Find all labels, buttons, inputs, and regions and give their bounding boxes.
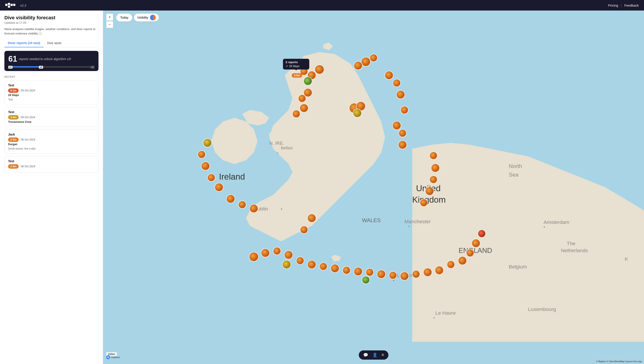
- svg-rect-1: [8, 3, 10, 5]
- svg-point-84: [431, 164, 440, 172]
- svg-point-52: [208, 174, 215, 181]
- svg-point-49: [203, 138, 212, 147]
- svg-point-46: [392, 121, 401, 130]
- svg-text:Luxembourg: Luxembourg: [528, 306, 556, 312]
- map-visibility-chip: 3-5m: [292, 73, 302, 78]
- svg-text:Le Havre: Le Havre: [436, 310, 456, 316]
- svg-rect-4: [13, 4, 15, 6]
- svg-point-57: [249, 252, 258, 262]
- svg-point-75: [435, 266, 444, 274]
- updated-time: Updated at 17:05: [4, 21, 98, 24]
- svg-point-88: [353, 109, 362, 117]
- svg-point-69: [377, 270, 386, 278]
- svg-point-70: [389, 272, 396, 279]
- report-location-0: 29 Steps: [8, 94, 95, 97]
- svg-point-58: [261, 249, 270, 257]
- svg-point-51: [201, 162, 210, 170]
- report-date-0: 09 Oct 2024: [21, 89, 35, 92]
- svg-point-74: [362, 276, 370, 284]
- visibility-badge-2: 2-3m: [8, 138, 19, 142]
- svg-point-80: [478, 230, 486, 238]
- svg-point-32: [354, 62, 362, 70]
- counter-text: reports needed to unlock algorithm v3!: [19, 57, 71, 61]
- svg-text:Amsterdam: Amsterdam: [544, 219, 569, 225]
- svg-point-50: [198, 151, 206, 158]
- progress-v3-label: v3: [90, 66, 94, 69]
- report-card-3[interactable]: Test 2-3m 08 Oct 2024: [4, 156, 98, 173]
- svg-text:The: The: [567, 240, 575, 246]
- counter-number: 61: [8, 54, 17, 64]
- svg-point-67: [354, 267, 362, 276]
- map-area[interactable]: United Kingdom Ireland ENGLAND WALES Nor…: [103, 10, 644, 364]
- today-button[interactable]: Today: [116, 14, 132, 22]
- top-navigation: v2.2 Pricing | Feedback: [0, 0, 644, 10]
- nav-right: Pricing | Feedback: [608, 4, 639, 7]
- report-user-1: Test: [8, 110, 95, 114]
- people-icon[interactable]: 👤: [372, 352, 377, 358]
- feedback-link[interactable]: Feedback: [624, 4, 639, 7]
- report-meta-row-0: 0-1m 09 Oct 2024: [8, 88, 95, 93]
- svg-point-78: [466, 249, 474, 257]
- pricing-link[interactable]: Pricing: [608, 4, 618, 7]
- progress-fill: [8, 66, 43, 68]
- svg-point-63: [308, 260, 316, 269]
- svg-text:Belfast: Belfast: [281, 146, 292, 150]
- report-date-3: 08 Oct 2024: [21, 165, 35, 168]
- svg-point-79: [472, 239, 480, 248]
- svg-text:•: •: [408, 224, 410, 229]
- counter-row: 61 reports needed to unlock algorithm v3…: [8, 54, 94, 64]
- svg-text:North: North: [509, 163, 522, 169]
- tab-dive-spots[interactable]: Dive spots: [44, 39, 65, 47]
- report-card-1[interactable]: Test 3-4m 09 Oct 2024 Trevaunance Cove: [4, 107, 98, 127]
- svg-text:Kingdom: Kingdom: [412, 195, 446, 204]
- info-icon[interactable]: i: [38, 32, 42, 35]
- svg-point-71: [400, 272, 409, 280]
- progress-v2-label: v2: [39, 66, 43, 69]
- chat-icon[interactable]: 💬: [363, 352, 368, 358]
- svg-point-55: [238, 201, 246, 208]
- svg-rect-3: [10, 4, 13, 6]
- map-background: United Kingdom Ireland ENGLAND WALES Nor…: [103, 10, 644, 364]
- svg-text:K: K: [625, 256, 628, 262]
- menu-icon[interactable]: ≡: [382, 352, 384, 358]
- svg-point-72: [412, 270, 420, 278]
- visibility-label: Visibility: [137, 16, 148, 19]
- svg-text:•: •: [277, 151, 278, 155]
- svg-point-62: [282, 260, 291, 269]
- visibility-toggle[interactable]: Visibility: [134, 14, 158, 22]
- report-note-0: Test: [8, 98, 95, 101]
- zoom-out-button[interactable]: −: [106, 21, 113, 28]
- logo-icon: [5, 3, 17, 8]
- report-date-1: 09 Oct 2024: [21, 116, 35, 119]
- app-version: v2.2: [20, 4, 26, 7]
- map-attribution: © Mapbox © OpenStreetMap Improve this ma…: [596, 360, 642, 363]
- svg-text:•: •: [434, 316, 435, 320]
- report-meta-row-2: 2-3m 08 Oct 2024: [8, 138, 95, 142]
- report-meta-row-1: 3-4m 09 Oct 2024: [8, 115, 95, 120]
- map-top-controls: Today Visibility: [116, 14, 159, 22]
- report-card-2[interactable]: Jack 2-3m 08 Oct 2024 Durgan Small waves…: [4, 129, 98, 154]
- tab-bar: Diver reports (10 new) Dive spots: [4, 39, 98, 47]
- report-location-2: Durgan: [8, 143, 95, 146]
- report-date-2: 08 Oct 2024: [21, 138, 35, 141]
- report-card[interactable]: Test 0-1m 09 Oct 2024 29 Steps Test: [4, 80, 98, 104]
- svg-point-81: [420, 199, 428, 206]
- progress-v1-label: v1: [8, 66, 12, 69]
- report-user-2: Jack: [8, 133, 95, 136]
- svg-point-37: [304, 77, 312, 85]
- tab-diver-reports[interactable]: Diver reports (10 new): [4, 39, 44, 47]
- svg-text:N. IRE.: N. IRE.: [269, 140, 284, 146]
- map-tooltip: 2 reports ↗ 29 Steps: [283, 59, 309, 70]
- svg-point-68: [366, 268, 374, 276]
- svg-text:Manchester: Manchester: [404, 218, 431, 224]
- svg-point-59: [273, 247, 281, 255]
- svg-point-34: [315, 65, 324, 74]
- svg-point-53: [215, 183, 223, 192]
- report-note-2: Small waves, few crabs: [8, 147, 95, 150]
- svg-point-64: [319, 262, 327, 270]
- tooltip-reports: 2 reports: [286, 60, 307, 64]
- counter-box: 61 reports needed to unlock algorithm v3…: [4, 51, 98, 71]
- svg-point-76: [447, 261, 455, 268]
- visibility-badge-0: 0-1m: [8, 88, 19, 93]
- zoom-in-button[interactable]: +: [106, 14, 113, 20]
